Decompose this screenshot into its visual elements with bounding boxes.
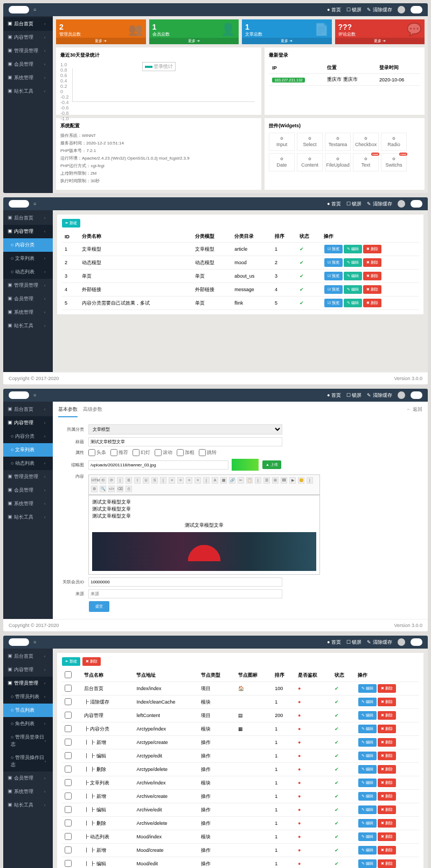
- attr-check[interactable]: 头条: [88, 449, 106, 456]
- row-action[interactable]: ✎ 编辑: [344, 258, 362, 267]
- title-input[interactable]: [88, 437, 282, 446]
- editor-tool-icon[interactable]: ▶: [289, 477, 296, 484]
- editor-tool-icon[interactable]: |: [255, 477, 261, 484]
- editor-tool-icon[interactable]: ⎙: [126, 486, 132, 492]
- widget-text[interactable]: Textnew: [353, 153, 379, 171]
- submit-button[interactable]: 提交: [89, 601, 109, 612]
- row-action[interactable]: ☑ 预览: [324, 272, 343, 280]
- editor-tool-icon[interactable]: 🔍: [100, 486, 106, 492]
- editor-tool-icon[interactable]: B: [126, 477, 132, 484]
- attr-check[interactable]: 跳转: [199, 449, 217, 456]
- tab-basic[interactable]: 基本参数: [58, 406, 78, 417]
- sidebar-item[interactable]: ○ 角色列表‹: [3, 717, 53, 731]
- sidebar-item[interactable]: ▣ 后台首页‹: [3, 211, 53, 225]
- attr-check[interactable]: 加粗: [177, 449, 194, 456]
- sidebar-item[interactable]: ▣ 内容管理‹: [3, 225, 53, 238]
- row-action[interactable]: ✎ 编辑: [358, 846, 377, 855]
- editor-tool-icon[interactable]: ⊞: [272, 477, 279, 484]
- widget-checkbox[interactable]: Checkbox: [353, 133, 379, 151]
- editor-tool-icon[interactable]: ☰: [263, 477, 270, 484]
- widget-textarea[interactable]: Textarea: [325, 133, 351, 151]
- row-action[interactable]: ✖ 删除: [378, 698, 396, 706]
- sidebar-item[interactable]: ○ 动态列表‹: [3, 265, 53, 279]
- editor-tool-icon[interactable]: 📋: [246, 477, 253, 484]
- sidebar-item[interactable]: ▣ 站长工具‹: [3, 85, 53, 98]
- sidebar-item[interactable]: ▣ 会员管理‹: [3, 484, 53, 497]
- editor-toolbar[interactable]: HTML⟲⟳|BIUS|≡≡≡≡|A▦🔗✂📋|☰⊞🖼▶😊|⚙🔍</>⌫⎙: [88, 474, 320, 495]
- row-action[interactable]: ✖ 删除: [378, 779, 396, 787]
- row-action[interactable]: ✖ 删除: [363, 285, 381, 294]
- attr-check[interactable]: 幻灯: [133, 449, 150, 456]
- editor-tool-icon[interactable]: |: [203, 477, 210, 484]
- sidebar-item[interactable]: ▣ 站长工具‹: [3, 798, 53, 812]
- editor-tool-icon[interactable]: |: [160, 477, 166, 484]
- widget-switchs[interactable]: Switchsnew: [381, 153, 407, 171]
- row-action[interactable]: ✎ 编辑: [344, 272, 362, 280]
- sidebar-item[interactable]: ○ 内容分类‹: [3, 430, 53, 443]
- stat-card[interactable]: ???评论总数💬更多 ➜: [335, 19, 425, 44]
- editor-tool-icon[interactable]: </>: [108, 486, 115, 492]
- row-action[interactable]: ✎ 编辑: [344, 285, 362, 294]
- nav-clear-cache[interactable]: ✎ 清除缓存: [367, 6, 392, 13]
- sidebar-item[interactable]: ○ 管理员操作日志‹: [3, 751, 53, 771]
- sidebar-item[interactable]: ▣ 系统管理‹: [3, 306, 53, 319]
- row-action[interactable]: ✎ 编辑: [358, 684, 377, 693]
- row-action[interactable]: ✖ 删除: [363, 258, 381, 267]
- row-action[interactable]: ✖ 删除: [363, 245, 381, 253]
- attr-check[interactable]: 滚动: [155, 449, 172, 456]
- editor-tool-icon[interactable]: HTML: [91, 477, 98, 484]
- row-action[interactable]: ✎ 编辑: [344, 245, 362, 253]
- nav-home[interactable]: ● 首页: [327, 6, 341, 13]
- sidebar-item[interactable]: ○ 管理员列表‹: [3, 690, 53, 704]
- row-action[interactable]: ✎ 编辑: [358, 859, 377, 868]
- editor-tool-icon[interactable]: ✂: [238, 477, 244, 484]
- editor-tool-icon[interactable]: I: [134, 477, 141, 484]
- row-action[interactable]: ✎ 编辑: [358, 819, 377, 828]
- widget-content[interactable]: Content: [297, 153, 323, 171]
- stat-card[interactable]: 1文章总数📄更多 ➜: [242, 19, 332, 44]
- editor-tool-icon[interactable]: ≡: [169, 477, 175, 484]
- editor-tool-icon[interactable]: |: [117, 477, 123, 484]
- widget-date[interactable]: Date: [269, 153, 295, 171]
- new-button[interactable]: ✒ 新建: [62, 657, 80, 666]
- new-button[interactable]: ✒ 新建: [62, 219, 80, 228]
- widget-select[interactable]: Select: [297, 133, 323, 151]
- row-action[interactable]: ✖ 删除: [363, 272, 381, 280]
- row-action[interactable]: ✖ 删除: [378, 765, 396, 774]
- sidebar-item[interactable]: ○ 管理员登录日志‹: [3, 731, 53, 751]
- row-action[interactable]: ✎ 编辑: [358, 738, 377, 747]
- row-action[interactable]: ✖ 删除: [378, 819, 396, 828]
- attr-check[interactable]: 推荐: [110, 449, 128, 456]
- sidebar-item[interactable]: ▣ 系统管理‹: [3, 71, 53, 85]
- row-action[interactable]: ☑ 预览: [324, 245, 343, 253]
- category-select[interactable]: 文章模型: [88, 424, 282, 435]
- editor-tool-icon[interactable]: 😊: [298, 477, 304, 484]
- editor-tool-icon[interactable]: ⟲: [100, 477, 106, 484]
- row-action[interactable]: ✖ 删除: [363, 299, 381, 307]
- row-action[interactable]: ☑ 预览: [324, 285, 343, 294]
- row-action[interactable]: ✎ 编辑: [358, 725, 377, 733]
- stat-card[interactable]: 1会员总数👤更多 ➜: [149, 19, 239, 44]
- row-action[interactable]: ✎ 编辑: [358, 832, 377, 841]
- widget-fileupload[interactable]: FileUpload: [325, 153, 351, 171]
- row-action[interactable]: ✎ 编辑: [358, 805, 377, 814]
- row-action[interactable]: ✎ 编辑: [358, 752, 377, 760]
- row-action[interactable]: ✎ 编辑: [358, 779, 377, 787]
- row-action[interactable]: ✖ 删除: [378, 846, 396, 855]
- editor-tool-icon[interactable]: S: [151, 477, 158, 484]
- editor-tool-icon[interactable]: ⌫: [117, 486, 123, 492]
- nav-lock[interactable]: ☐ 锁屏: [346, 6, 362, 13]
- editor-body[interactable]: 测试文章模型文章测试文章模型文章测试文章模型文章 测试文章模型文章: [88, 495, 320, 575]
- sidebar-item[interactable]: ▣ 管理员管理‹: [3, 677, 53, 690]
- avatar[interactable]: [398, 6, 405, 13]
- sidebar-item[interactable]: ▣ 系统管理‹: [3, 785, 53, 798]
- row-action[interactable]: ✖ 删除: [378, 711, 396, 720]
- row-action[interactable]: ☑ 预览: [324, 258, 343, 267]
- editor-tool-icon[interactable]: 🖼: [281, 477, 287, 484]
- sidebar-item[interactable]: ▣ 会员管理‹: [3, 292, 53, 306]
- menu-toggle-icon[interactable]: ≡: [33, 7, 36, 12]
- row-action[interactable]: ✎ 编辑: [344, 299, 362, 307]
- row-action[interactable]: ✎ 编辑: [358, 711, 377, 720]
- sidebar-item[interactable]: ▣ 站长工具‹: [3, 319, 53, 333]
- sidebar-item[interactable]: ▣ 系统管理‹: [3, 497, 53, 511]
